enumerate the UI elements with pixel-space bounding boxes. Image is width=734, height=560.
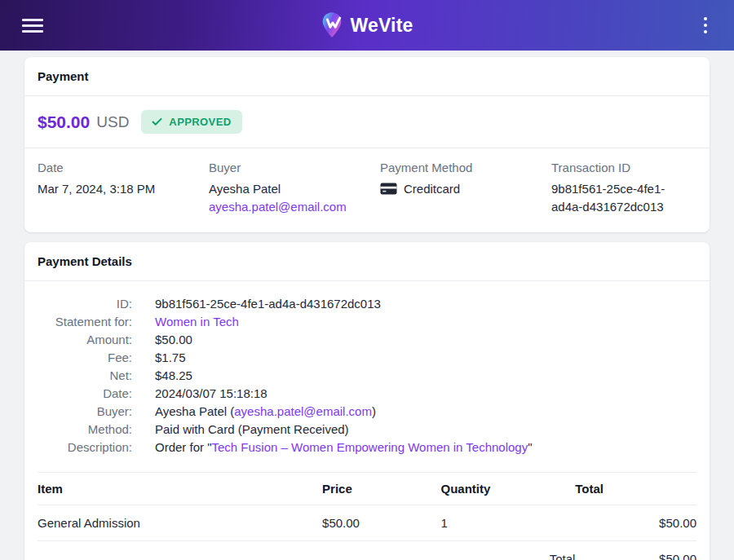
detail-label: Buyer: [38,403,132,421]
cell-price: $50.00 [322,505,440,540]
details-list: ID: 9b81f561-25ce-4fe1-ad4a-d431672dc013… [24,281,710,467]
overflow-menu-button[interactable] [699,14,713,37]
status-badge-label: APPROVED [169,116,231,128]
column-header-item: Item [38,472,322,505]
detail-row-date: Date: 2024/03/07 15:18:18 [38,385,696,403]
detail-label: Fee: [38,349,132,367]
info-field-date: Date Mar 7, 2024, 3:18 PM [38,161,209,216]
event-title-link[interactable]: Tech Fusion – Women Empowering Women in … [212,440,528,454]
info-field-transaction-id: Transaction ID 9b81f561-25ce-4fe1-ad4a-d… [551,161,696,216]
detail-label: Statement for: [38,313,132,331]
detail-row-net: Net: $48.25 [38,367,696,385]
kebab-menu-icon [704,17,708,21]
statement-event-link[interactable]: Women in Tech [155,315,239,329]
total-label: Total [440,540,575,560]
wevite-pin-icon [321,12,344,39]
buyer-text: ) [372,404,376,418]
description-text: Order for " [155,440,212,454]
buyer-email-link[interactable]: ayesha.patel@email.com [234,404,372,418]
detail-row-id: ID: 9b81f561-25ce-4fe1-ad4a-d431672dc013 [38,295,696,313]
cell-total: $50.00 [575,505,696,540]
detail-row-amount: Amount: $50.00 [38,331,696,349]
detail-value-buyer: Ayesha Patel (ayesha.patel@email.com) [155,403,376,421]
detail-label: ID: [38,295,132,313]
detail-value-amount: $50.00 [155,331,192,349]
empty-cell [322,540,440,560]
description-text: " [528,440,532,454]
table-row: General Admission $50.00 1 $50.00 [38,505,696,540]
column-header-quantity: Quantity [440,472,575,505]
cell-quantity: 1 [440,505,575,540]
line-items-table: Item Price Quantity Total General Admiss… [38,472,696,560]
payment-method-value: Creditcard [404,180,460,198]
column-header-total: Total [575,472,696,505]
detail-label: Date: [38,385,132,403]
detail-value-net: $48.25 [155,367,192,385]
detail-value-id: 9b81f561-25ce-4fe1-ad4a-d431672dc013 [155,295,381,313]
kebab-menu-icon [704,30,708,34]
info-value: Mar 7, 2024, 3:18 PM [38,180,209,198]
kebab-menu-icon [704,24,708,28]
detail-row-fee: Fee: $1.75 [38,349,696,367]
detail-label: Amount: [38,331,132,349]
total-value: $50.00 [575,540,696,560]
detail-value-fee: $1.75 [155,349,186,367]
detail-row-description: Description: Order for "Tech Fusion – Wo… [38,439,696,456]
check-icon [152,117,162,126]
payment-details-card: Payment Details ID: 9b81f561-25ce-4fe1-a… [24,242,710,560]
detail-label: Description: [38,439,132,456]
brand-logo[interactable]: WeVite [321,12,413,39]
buyer-name: Ayesha Patel [209,180,380,198]
detail-value-method: Paid with Card (Payment Received) [155,421,349,439]
detail-value-date: 2024/03/07 15:18:18 [155,385,268,403]
detail-row-statement: Statement for: Women in Tech [38,313,696,331]
payment-card-title: Payment [24,57,710,96]
empty-cell [38,540,322,560]
table-header-row: Item Price Quantity Total [38,472,696,505]
detail-label: Method: [38,421,132,439]
info-label: Date [38,161,209,174]
credit-card-icon [380,183,397,195]
info-field-buyer: Buyer Ayesha Patel ayesha.patel@email.co… [209,161,380,216]
details-card-title: Payment Details [24,242,710,281]
amount-row: $50.00 USD APPROVED [24,96,710,148]
cell-item: General Admission [38,505,322,540]
payment-summary-card: Payment $50.00 USD APPROVED Date Mar 7, … [24,57,710,232]
payment-info-grid: Date Mar 7, 2024, 3:18 PM Buyer Ayesha P… [24,148,710,232]
info-field-payment-method: Payment Method Creditcard [380,161,551,216]
hamburger-icon [22,30,43,33]
transaction-id-value: 9b81f561-25ce-4fe1-ad4a-d431672dc013 [551,180,690,216]
info-label: Payment Method [380,161,551,174]
payment-amount: $50.00 [38,112,90,132]
detail-row-method: Method: Paid with Card (Payment Received… [38,421,696,439]
info-label: Buyer [209,161,380,174]
page-content: Payment $50.00 USD APPROVED Date Mar 7, … [0,51,734,560]
hamburger-menu-button[interactable] [22,19,43,33]
buyer-email-link[interactable]: ayesha.patel@email.com [209,200,347,214]
status-badge: APPROVED [141,110,241,134]
detail-label: Net: [38,367,132,385]
detail-value-description: Order for "Tech Fusion – Women Empowerin… [155,439,533,456]
buyer-text: Ayesha Patel ( [155,404,234,418]
hamburger-icon [22,24,43,27]
top-navbar: WeVite [0,0,734,51]
detail-row-buyer: Buyer: Ayesha Patel (ayesha.patel@email.… [38,403,696,421]
hamburger-icon [22,19,43,21]
info-label: Transaction ID [551,161,696,174]
table-total-row: Total $50.00 [38,540,696,560]
payment-currency: USD [96,113,129,131]
brand-name: WeVite [350,15,413,37]
column-header-price: Price [322,472,440,505]
